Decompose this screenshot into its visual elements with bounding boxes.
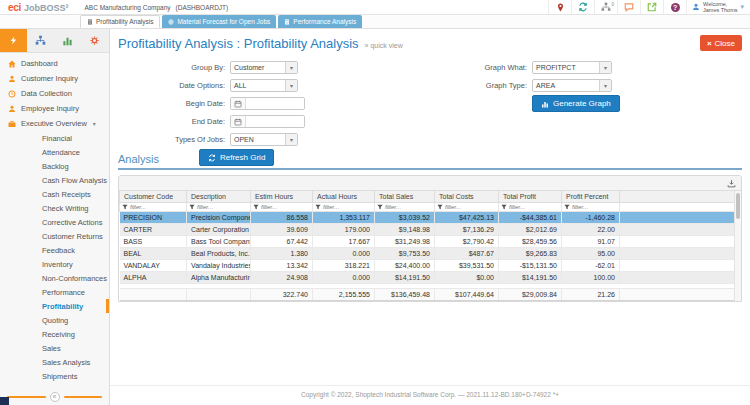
column-filter-input[interactable] <box>130 204 184 210</box>
top-icon-bar: 0 ? Welcome, James Thoms ▾ <box>548 0 750 14</box>
grid-vertical-scrollbar[interactable] <box>734 191 741 301</box>
sync-icon[interactable] <box>571 0 594 14</box>
sidebar-item-corrective-actions[interactable]: Corrective Actions <box>0 215 109 229</box>
globe-icon <box>168 19 174 25</box>
column-filter-input[interactable] <box>323 204 372 210</box>
sidebar-item-feedback[interactable]: Feedback <box>0 243 109 257</box>
export-download-icon[interactable] <box>727 179 736 188</box>
copyright-footer: Copyright © 2022, Shoptech Industrial So… <box>110 385 750 405</box>
external-link-icon[interactable] <box>640 0 663 14</box>
page-title: Profitability Analysis : Profitability A… <box>118 36 359 51</box>
column-header[interactable]: Profit Percent <box>562 191 620 203</box>
sidebar-item-backlog[interactable]: Backlog <box>0 159 109 173</box>
sidebar-item-shipments[interactable]: Shipments <box>0 369 109 383</box>
graph-what-select[interactable]: PROFITPCT ▾ <box>532 61 612 74</box>
column-filter-input[interactable] <box>509 204 559 210</box>
date-options-select[interactable]: ALL ▾ <box>230 79 298 92</box>
sidebar-item-non-conformances[interactable]: Non-Conformances <box>0 271 109 285</box>
begin-date-label: Begin Date: <box>110 99 225 108</box>
sitemap-icon[interactable] <box>27 29 54 52</box>
graph-type-select[interactable]: AREA ▾ <box>532 79 612 92</box>
column-filter-input[interactable] <box>197 204 248 210</box>
hierarchy-icon[interactable]: 0 <box>594 0 617 14</box>
sidebar-item-employee-inquiry[interactable]: Employee Inquiry <box>0 101 109 116</box>
table-row[interactable]: ALPHAAlpha Manufacturing, I... 24.9080.0… <box>120 272 742 284</box>
sidebar-item-check-writing[interactable]: Check Writing <box>0 201 109 215</box>
jobboss-logo: JobBOSS² <box>24 3 69 13</box>
sidebar-item-quoting[interactable]: Quoting <box>0 313 109 327</box>
table-row[interactable]: BASSBass Tool Company 67.44217.667 $31,2… <box>120 236 742 248</box>
chat-icon[interactable] <box>617 0 640 14</box>
gears-icon[interactable] <box>81 29 108 52</box>
sidebar-item-profitability[interactable]: Profitability <box>0 299 109 313</box>
column-filter-input[interactable] <box>385 204 432 210</box>
filter-options-group: Group By: Customer ▾ Date Options: ALL ▾… <box>110 61 305 169</box>
sidebar-item-data-collection[interactable]: Data Collection <box>0 86 109 101</box>
table-row[interactable]: VANDALAYVandalay Industries, Inc. 13.342… <box>120 260 742 272</box>
home-icon <box>8 60 16 68</box>
sidebar-item-dashboard[interactable]: Dashboard <box>0 56 109 71</box>
column-filter-input[interactable] <box>572 204 617 210</box>
funnel-icon[interactable] <box>437 204 443 210</box>
column-header[interactable]: Estim Hours <box>251 191 313 203</box>
column-header[interactable]: Total Sales <box>375 191 435 203</box>
sidebar-item-cash-flow-analysis[interactable]: Cash Flow Analysis <box>0 173 109 187</box>
column-header[interactable]: Description <box>187 191 251 203</box>
scrollbar-thumb[interactable] <box>736 193 740 219</box>
bar-chart-icon[interactable] <box>54 29 81 52</box>
close-button[interactable]: × Close <box>700 35 742 51</box>
column-header[interactable]: Customer Code <box>120 191 187 203</box>
pin-icon[interactable] <box>548 0 571 14</box>
sidebar-item-customer-inquiry[interactable]: Customer Inquiry <box>0 71 109 86</box>
types-of-jobs-select[interactable]: OPEN ▾ <box>230 133 298 146</box>
sidebar-item-customer-returns[interactable]: Customer Returns <box>0 229 109 243</box>
sidebar-item-financial[interactable]: Financial <box>0 131 109 145</box>
end-date-field <box>230 115 305 128</box>
sidebar-item-executive-overview[interactable]: Executive Overview ▾ <box>0 116 109 131</box>
sidebar-item-cash-receipts[interactable]: Cash Receipts <box>0 187 109 201</box>
sidebar-collapse-toggle[interactable]: « <box>0 391 109 403</box>
calendar-icon[interactable] <box>231 98 246 109</box>
grid-toolbar <box>119 176 741 191</box>
analysis-grid: Customer Code Description Estim Hours Ac… <box>118 175 742 302</box>
tab-performance-analysis[interactable]: Performance Analysis <box>278 15 362 28</box>
column-filter-input[interactable] <box>261 204 310 210</box>
sidebar-item-sales[interactable]: Sales <box>0 341 109 355</box>
tab-profitability-analysis[interactable]: Profitability Analysis <box>80 15 160 28</box>
funnel-icon[interactable] <box>253 204 259 210</box>
column-filter-input[interactable] <box>445 204 496 210</box>
funnel-icon[interactable] <box>501 204 507 210</box>
table-row[interactable]: PRECISIONPrecision Components,... 86.558… <box>120 212 742 224</box>
chevron-down-icon: ▾ <box>599 80 611 91</box>
funnel-icon[interactable] <box>564 204 570 210</box>
corner-badge <box>0 397 9 405</box>
lightning-icon[interactable] <box>0 29 27 52</box>
help-icon[interactable]: ? <box>663 0 686 14</box>
sidebar-item-performance[interactable]: Performance <box>0 285 109 299</box>
generate-graph-button[interactable]: Generate Graph <box>532 95 620 112</box>
column-header[interactable]: Total Costs <box>435 191 499 203</box>
quick-view-link[interactable]: » quick view <box>365 42 403 49</box>
sidebar-icon-bar <box>0 29 109 53</box>
funnel-icon[interactable] <box>122 204 128 210</box>
begin-date-input[interactable] <box>246 98 304 109</box>
sidebar-item-receiving[interactable]: Receiving <box>0 327 109 341</box>
chart-icon <box>541 100 549 108</box>
calendar-icon[interactable] <box>231 116 246 127</box>
column-header[interactable]: Total Profit <box>499 191 562 203</box>
funnel-icon[interactable] <box>377 204 383 210</box>
tab-material-forecast[interactable]: Material Forecast for Open Jobs <box>162 15 276 28</box>
sidebar-item-sales-analysis[interactable]: Sales Analysis <box>0 355 109 369</box>
table-row[interactable]: CARTERCarter Corporation 39.609179.000 $… <box>120 224 742 236</box>
group-by-label: Group By: <box>110 63 225 72</box>
group-by-select[interactable]: Customer ▾ <box>230 61 298 74</box>
end-date-input[interactable] <box>246 116 304 127</box>
funnel-icon[interactable] <box>189 204 195 210</box>
refresh-grid-button[interactable]: Refresh Grid <box>199 149 274 166</box>
sidebar-item-attendance[interactable]: Attendance <box>0 145 109 159</box>
sidebar-item-inventory[interactable]: Inventory <box>0 257 109 271</box>
column-header[interactable]: Actual Hours <box>313 191 375 203</box>
table-row[interactable]: BEALBeal Products, Inc. 1.3800.000 $9,75… <box>120 248 742 260</box>
user-menu[interactable]: Welcome, James Thoms ▾ <box>686 0 750 14</box>
funnel-icon[interactable] <box>315 204 321 210</box>
